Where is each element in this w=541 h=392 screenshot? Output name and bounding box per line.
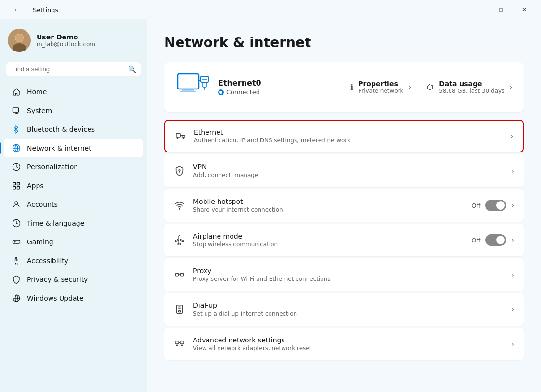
proxy-item-title: Proxy (193, 267, 503, 275)
sidebar-item-accessibility[interactable]: Accessibility (4, 252, 143, 270)
update-icon (12, 293, 21, 303)
time-icon (12, 218, 21, 228)
sidebar-item-privacy-label: Privacy & security (27, 276, 88, 283)
proxy-item-icon (174, 269, 185, 280)
proxy-item-text: Proxy Proxy server for Wi-Fi and Etherne… (193, 267, 503, 282)
sidebar-item-home[interactable]: Home (4, 83, 143, 101)
properties-sub: Private network (358, 88, 403, 94)
airplane-toggle[interactable] (485, 234, 506, 246)
svg-rect-22 (176, 134, 180, 137)
advanced-item-title: Advanced network settings (193, 336, 503, 344)
ethernet-item-title: Ethernet (194, 128, 502, 136)
hotspot-item-sub: Share your internet connection (193, 206, 464, 213)
svg-rect-14 (178, 74, 199, 89)
user-profile[interactable]: User Demo m_lab@outlook.com (0, 25, 147, 60)
settings-item-proxy[interactable]: Proxy Proxy server for Wi-Fi and Etherne… (164, 258, 524, 291)
titlebar-left: ← Settings (6, 2, 58, 17)
search-box: 🔍 (6, 62, 141, 76)
svg-point-30 (179, 208, 180, 209)
sidebar-item-apps-label: Apps (27, 182, 44, 190)
privacy-icon (12, 275, 21, 284)
status-dot (218, 89, 224, 95)
data-usage-label: Data usage (439, 80, 504, 88)
hotspot-toggle-label: Off (471, 202, 480, 209)
vpn-chevron: › (511, 167, 514, 175)
sidebar-item-time[interactable]: Time & language (4, 214, 143, 232)
airplane-chevron: › (511, 236, 514, 244)
dialup-item-icon (174, 303, 185, 315)
apps-icon (12, 181, 21, 190)
advanced-item-text: Advanced network settings View all netwo… (193, 336, 503, 352)
svg-rect-20 (203, 82, 206, 87)
vpn-item-right: › (511, 167, 514, 175)
sidebar-item-apps[interactable]: Apps (4, 177, 143, 195)
data-usage-link[interactable]: ⏱ Data usage 58.68 GB, last 30 days › (426, 80, 512, 94)
settings-item-airplane[interactable]: Airplane mode Stop wireless communicatio… (164, 224, 524, 256)
search-input[interactable] (6, 62, 141, 76)
hotspot-item-right: Off › (471, 200, 514, 211)
settings-item-ethernet[interactable]: Ethernet Authentication, IP and DNS sett… (164, 120, 524, 152)
sidebar-item-time-label: Time & language (27, 219, 84, 227)
network-icon (12, 143, 21, 153)
minimize-button[interactable]: ─ (467, 2, 489, 17)
titlebar: ← Settings ─ □ ✕ (0, 0, 541, 19)
back-button[interactable]: ← (6, 2, 28, 17)
svg-point-13 (16, 257, 17, 259)
proxy-item-right: › (511, 271, 514, 278)
svg-rect-32 (181, 273, 184, 276)
airplane-item-icon (174, 234, 185, 246)
settings-item-vpn[interactable]: VPN Add, connect, manage › (164, 154, 524, 187)
svg-point-10 (15, 202, 18, 204)
dialup-chevron: › (511, 305, 514, 313)
proxy-chevron: › (511, 271, 514, 278)
sidebar-item-windowsupdate[interactable]: Windows Update (4, 289, 143, 307)
settings-item-dialup[interactable]: Dial-up Set up a dial-up internet connec… (164, 293, 524, 326)
app-body: User Demo m_lab@outlook.com 🔍 Home (0, 19, 541, 392)
sidebar-item-gaming-label: Gaming (27, 238, 53, 246)
sidebar-item-gaming[interactable]: Gaming (4, 233, 143, 251)
svg-rect-39 (180, 341, 184, 344)
ethernet-properties: ℹ Properties Private network › ⏱ Data us… (350, 80, 512, 94)
ethernet-status-card[interactable]: Ethernet0 Connected ℹ Properties Private… (164, 62, 524, 112)
sidebar-nav: Home System Bluetooth & (0, 82, 147, 308)
airplane-item-title: Airplane mode (193, 232, 464, 240)
hotspot-toggle[interactable] (485, 200, 506, 211)
properties-chevron: › (409, 83, 412, 91)
sidebar-item-network[interactable]: Network & internet (4, 139, 143, 157)
ethernet-large-icon (176, 72, 210, 102)
titlebar-controls: ─ □ ✕ (467, 2, 535, 17)
system-icon (12, 106, 21, 115)
dialup-item-sub: Set up a dial-up internet connection (193, 310, 503, 317)
vpn-item-icon (174, 165, 185, 177)
settings-item-hotspot[interactable]: Mobile hotspot Share your internet conne… (164, 189, 524, 222)
sidebar-item-windowsupdate-label: Windows Update (27, 294, 84, 302)
maximize-button[interactable]: □ (490, 2, 512, 17)
svg-rect-23 (182, 135, 185, 137)
sidebar-item-personalization[interactable]: Personalization (4, 158, 143, 176)
svg-rect-7 (17, 182, 20, 185)
sidebar-item-bluetooth[interactable]: Bluetooth & devices (4, 120, 143, 139)
advanced-chevron: › (511, 340, 514, 348)
settings-item-advanced[interactable]: Advanced network settings View all netwo… (164, 328, 524, 360)
airplane-item-text: Airplane mode Stop wireless communicatio… (193, 232, 464, 248)
data-usage-text: Data usage 58.68 GB, last 30 days (439, 80, 504, 94)
close-button[interactable]: ✕ (513, 2, 535, 17)
properties-link[interactable]: ℹ Properties Private network › (350, 80, 411, 94)
sidebar-item-bluetooth-label: Bluetooth & devices (27, 126, 95, 133)
svg-rect-8 (13, 187, 15, 189)
hotspot-item-text: Mobile hotspot Share your internet conne… (193, 198, 464, 213)
sidebar-item-system[interactable]: System (4, 101, 143, 120)
dialup-item-right: › (511, 305, 514, 313)
sidebar-item-accounts-label: Accounts (27, 201, 58, 208)
svg-rect-31 (176, 273, 179, 276)
sidebar-item-accounts[interactable]: Accounts (4, 195, 143, 214)
avatar (8, 29, 31, 52)
sidebar-item-privacy[interactable]: Privacy & security (4, 270, 143, 289)
svg-rect-15 (182, 89, 194, 91)
ethernet-status: Connected (218, 89, 343, 96)
svg-rect-6 (13, 182, 15, 185)
properties-label: Properties (358, 80, 403, 88)
airplane-toggle-label: Off (471, 237, 480, 244)
properties-text: Properties Private network (358, 80, 403, 94)
page-title: Network & internet (164, 35, 524, 51)
